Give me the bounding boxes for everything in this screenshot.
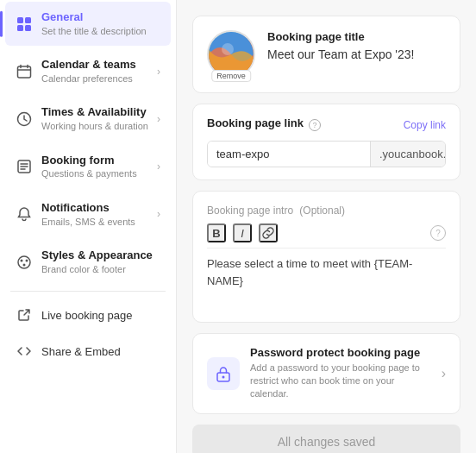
live-booking-label: Live booking page [41, 309, 133, 322]
clock-icon [16, 110, 33, 128]
sidebar-form-title: Booking form [41, 154, 157, 168]
sidebar-general-text: General Set the title & description [41, 10, 160, 37]
svg-point-10 [23, 263, 26, 266]
svg-point-9 [26, 259, 28, 261]
copy-link-button[interactable]: Copy link [404, 119, 446, 131]
toolbar-help-icon[interactable]: ? [430, 225, 446, 241]
svg-point-7 [18, 256, 30, 268]
lock-icon [215, 365, 232, 382]
password-protect-section[interactable]: Password protect booking page Add a pass… [192, 333, 460, 414]
link-button[interactable] [259, 223, 278, 242]
sidebar-general-subtitle: Set the title & description [41, 25, 160, 37]
palette-icon [16, 254, 33, 271]
booking-title-row: Remove Booking page title Meet our Team … [207, 30, 446, 79]
booking-page-title-value: Meet our Team at Expo '23! [267, 47, 446, 61]
italic-button[interactable]: I [233, 223, 252, 242]
intro-label: Booking page intro (Optional) [207, 204, 446, 217]
sidebar-item-styles[interactable]: Styles & Appearance Brand color & footer [5, 240, 171, 284]
booking-link-section: Booking page link ? Copy link .youcanboo… [192, 104, 460, 180]
sidebar-calendar-subtitle: Calendar preferences [41, 72, 157, 85]
intro-textarea[interactable]: Please select a time to meet with {TEAM-… [207, 255, 446, 306]
sidebar-item-notifications[interactable]: Notifications Emails, SMS & events › [5, 192, 171, 236]
share-embed-label: Share & Embed [41, 345, 121, 358]
form-chevron-icon: › [157, 160, 160, 173]
password-text: Password protect booking page Add a pass… [250, 346, 431, 401]
sidebar-notifications-title: Notifications [41, 201, 157, 216]
link-input-row: .youcanbook.me [207, 141, 446, 167]
times-chevron-icon: › [157, 113, 160, 125]
remove-avatar-button[interactable]: Remove [211, 70, 251, 82]
sidebar-form-text: Booking form Questions & payments [41, 154, 157, 180]
lock-icon-wrap [207, 357, 240, 390]
sidebar-times-title: Times & Availability [41, 105, 157, 120]
sidebar-form-subtitle: Questions & payments [41, 167, 157, 179]
svg-point-12 [222, 43, 234, 55]
sidebar-styles-title: Styles & Appearance [41, 249, 160, 263]
general-icon [16, 16, 33, 33]
link-header: Booking page link ? Copy link [207, 116, 446, 134]
bell-icon [16, 205, 33, 223]
booking-title-section: Remove Booking page title Meet our Team … [192, 16, 460, 93]
sidebar-link-live-booking[interactable]: Live booking page [5, 299, 171, 331]
sidebar-item-booking-form[interactable]: Booking form Questions & payments › [5, 145, 171, 189]
calendar-icon [16, 63, 33, 80]
form-icon [16, 158, 33, 175]
main-content: Remove Booking page title Meet our Team … [177, 0, 476, 453]
password-chevron-icon: › [442, 366, 446, 381]
link-label-row: Booking page link ? [207, 116, 321, 134]
booking-title-info: Booking page title Meet our Team at Expo… [267, 30, 446, 61]
booking-page-title-label: Booking page title [267, 30, 446, 43]
svg-rect-1 [25, 17, 31, 23]
info-icon[interactable]: ? [309, 119, 321, 131]
booking-link-label: Booking page link [207, 116, 304, 129]
sidebar-item-times-availability[interactable]: Times & Availability Working hours & dur… [5, 97, 171, 141]
sidebar-item-general[interactable]: General Set the title & description [5, 2, 171, 46]
sidebar-notifications-subtitle: Emails, SMS & events [41, 216, 157, 228]
svg-rect-3 [25, 25, 31, 31]
sidebar-styles-subtitle: Brand color & footer [41, 263, 160, 275]
calendar-chevron-icon: › [157, 66, 160, 78]
editor-toolbar: B I ? [207, 223, 446, 249]
password-desc: Add a password to your booking page to r… [250, 362, 431, 401]
svg-point-14 [222, 375, 225, 378]
svg-rect-2 [17, 25, 23, 31]
sidebar-item-calendar-teams[interactable]: Calendar & teams Calendar preferences › [5, 49, 171, 93]
link-domain: .youcanbook.me [370, 142, 446, 167]
notifications-chevron-icon: › [157, 208, 160, 220]
sidebar: General Set the title & description Cale… [0, 0, 177, 453]
svg-point-8 [21, 259, 23, 261]
external-link-icon [16, 306, 33, 324]
sidebar-styles-text: Styles & Appearance Brand color & footer [41, 249, 160, 275]
sidebar-times-subtitle: Working hours & duration [41, 120, 157, 132]
sidebar-calendar-title: Calendar & teams [41, 58, 157, 72]
intro-section: Booking page intro (Optional) B I ? Plea… [192, 191, 460, 323]
svg-rect-0 [17, 17, 23, 23]
intro-optional: (Optional) [299, 204, 345, 217]
link-input[interactable] [208, 142, 370, 167]
sidebar-notifications-text: Notifications Emails, SMS & events [41, 201, 157, 228]
password-title: Password protect booking page [250, 346, 431, 359]
code-icon [16, 343, 33, 360]
avatar-wrap: Remove [207, 30, 255, 79]
save-button[interactable]: All changes saved [192, 425, 460, 453]
sidebar-general-title: General [41, 10, 160, 25]
svg-rect-4 [18, 66, 31, 78]
sidebar-link-share-embed[interactable]: Share & Embed [5, 335, 171, 368]
sidebar-calendar-text: Calendar & teams Calendar preferences [41, 58, 157, 85]
bold-button[interactable]: B [207, 223, 226, 242]
sidebar-times-text: Times & Availability Working hours & dur… [41, 105, 157, 132]
sidebar-divider [10, 291, 166, 292]
